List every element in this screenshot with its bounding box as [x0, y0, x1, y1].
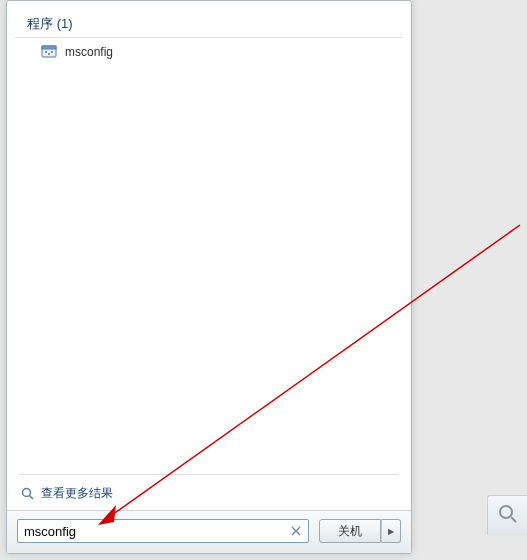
- svg-point-5: [23, 488, 31, 496]
- start-menu-search-panel: 程序 (1) msconfig 查看更多: [6, 0, 412, 554]
- chevron-right-icon: ▶: [388, 527, 394, 536]
- msconfig-icon: [41, 44, 57, 60]
- svg-line-10: [511, 517, 516, 522]
- search-box[interactable]: [17, 519, 309, 543]
- svg-rect-1: [42, 46, 56, 49]
- search-icon: [21, 487, 35, 501]
- category-header-programs: 程序 (1): [15, 7, 403, 38]
- result-item-label: msconfig: [65, 45, 113, 59]
- external-toolbar-fragment: [487, 495, 527, 535]
- shutdown-label: 关机: [338, 523, 362, 540]
- start-menu-bottom-bar: 关机 ▶: [7, 510, 411, 553]
- more-results-label: 查看更多结果: [41, 485, 113, 502]
- svg-point-2: [45, 51, 47, 53]
- search-input[interactable]: [24, 524, 289, 539]
- category-count: (1): [57, 16, 73, 31]
- category-label: 程序: [27, 16, 53, 31]
- result-item-msconfig[interactable]: msconfig: [15, 40, 403, 64]
- shutdown-options-button[interactable]: ▶: [381, 519, 401, 543]
- shutdown-button-group: 关机 ▶: [319, 519, 401, 543]
- search-results-area: 程序 (1) msconfig: [7, 1, 411, 472]
- clear-search-button[interactable]: [289, 523, 304, 539]
- shutdown-button[interactable]: 关机: [319, 519, 381, 543]
- divider: [19, 474, 399, 475]
- svg-point-3: [48, 53, 50, 55]
- svg-point-4: [51, 51, 53, 53]
- see-more-results-link[interactable]: 查看更多结果: [7, 477, 411, 510]
- svg-point-9: [500, 506, 512, 518]
- magnifier-icon: [497, 503, 519, 529]
- svg-line-6: [30, 495, 34, 499]
